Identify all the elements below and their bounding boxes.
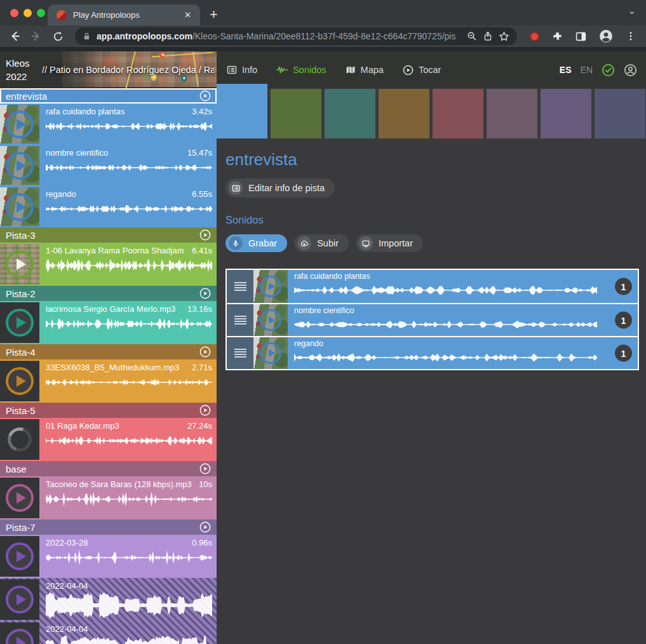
track-header-Pista-5[interactable]: Pista-5 — [0, 403, 217, 418]
waveform — [46, 374, 212, 391]
zoom-window-button[interactable] — [37, 9, 45, 17]
play-track-icon[interactable] — [199, 346, 211, 358]
reload-button[interactable] — [50, 28, 66, 44]
sound-item[interactable]: 33ESX6038_B5_Muthedukkum.mp32.71s — [0, 359, 217, 403]
profile-avatar[interactable] — [599, 29, 613, 43]
track-header-Pista-4[interactable]: Pista-4 — [0, 344, 217, 359]
play-track-icon[interactable] — [199, 229, 211, 241]
sound-item[interactable]: 2022-04-04 — [0, 621, 217, 644]
tab-sonidos[interactable]: Sonidos — [276, 65, 326, 75]
track-swatch-7[interactable] — [541, 89, 591, 138]
sound-item[interactable]: 1-06 Lavanya Rama Poorna Shadjam Rupak..… — [0, 243, 217, 286]
lang-es[interactable]: ES — [560, 65, 572, 75]
tab-mapa[interactable]: Mapa — [346, 65, 384, 75]
track-swatch-6[interactable] — [487, 89, 537, 138]
edit-track-button[interactable]: Editar info de pista — [225, 178, 335, 198]
sound-duration: 13.16s — [187, 304, 212, 314]
play-track-icon[interactable] — [199, 463, 211, 474]
drag-handle[interactable] — [227, 304, 253, 336]
tab-info[interactable]: Info — [227, 65, 257, 75]
sound-title: 2022-03-28 — [46, 538, 88, 547]
play-sound-icon[interactable] — [6, 309, 34, 337]
play-sound-icon[interactable] — [6, 629, 34, 644]
tab-title: Play Antropoloops — [73, 10, 182, 20]
play-track-icon[interactable] — [199, 521, 211, 533]
drag-handle[interactable] — [227, 270, 253, 303]
play-sound-icon[interactable] — [260, 342, 281, 364]
play-sound-icon[interactable] — [6, 542, 34, 570]
waveform — [46, 636, 212, 644]
forward-button[interactable] — [28, 28, 44, 44]
tab-tocar[interactable]: Tocar — [403, 65, 441, 76]
panel-sound-row[interactable]: nombre cientifico1 — [227, 303, 638, 336]
app-logo[interactable]: Kleos 2022 — [6, 57, 30, 83]
sound-thumbnail — [0, 536, 39, 577]
share-icon[interactable] — [483, 31, 493, 41]
browser-tab-strip: Play Antropoloops ✕ + ⌄ — [0, 0, 646, 25]
sound-thumbnail — [0, 146, 39, 185]
minimize-window-button[interactable] — [24, 9, 32, 17]
bookmark-star-icon[interactable] — [499, 31, 509, 42]
track-swatch-3[interactable] — [325, 89, 375, 138]
play-track-icon[interactable] — [199, 90, 211, 102]
track-name: entrevista — [6, 91, 47, 102]
sound-item[interactable]: regando6.55s — [0, 186, 217, 227]
sync-check-icon[interactable] — [602, 64, 615, 77]
panel-sound-row[interactable]: regando1 — [227, 336, 638, 369]
sound-item[interactable]: 2022-03-280.96s — [0, 535, 217, 578]
side-panel-icon[interactable] — [575, 31, 586, 42]
drag-handle[interactable] — [227, 337, 253, 369]
track-header-entrevista[interactable]: entrevista — [0, 88, 217, 104]
track-swatch-1-active[interactable] — [217, 84, 267, 138]
sound-title: 2022-04-04 — [46, 581, 88, 591]
waveform — [46, 118, 212, 135]
play-sound-icon[interactable] — [6, 152, 34, 180]
sound-duration: 3.42s — [192, 107, 212, 116]
account-icon[interactable] — [624, 64, 637, 77]
track-swatch-5[interactable] — [433, 89, 483, 138]
button-label: Grabar — [248, 238, 277, 248]
subir-button[interactable]: Subir — [294, 234, 349, 252]
play-sound-icon[interactable] — [6, 367, 34, 395]
play-sound-icon[interactable] — [6, 111, 34, 138]
track-swatch-8[interactable] — [595, 89, 645, 138]
new-tab-button[interactable]: + — [210, 5, 218, 24]
sound-item[interactable]: 2022-04-04 — [0, 578, 217, 621]
back-button[interactable] — [6, 28, 23, 44]
play-track-icon[interactable] — [199, 288, 211, 299]
sound-item[interactable]: Taconeo de Sara Baras (128 kbps).mp310s — [0, 476, 217, 520]
play-sound-icon[interactable] — [260, 309, 281, 331]
play-sound-icon[interactable] — [6, 484, 34, 512]
close-window-button[interactable] — [10, 9, 18, 17]
track-swatch-2[interactable] — [271, 89, 321, 138]
track-swatch-4[interactable] — [379, 89, 429, 138]
sound-duration: 0.96s — [192, 538, 212, 547]
track-header-Pista-3[interactable]: Pista-3 — [0, 227, 217, 243]
menu-kebab-icon[interactable] — [626, 31, 636, 41]
sound-item[interactable]: 01 Raga Kedar.mp327.24s — [0, 418, 217, 461]
url-bar[interactable]: app.antropoloops.com/Kleos-Santa-Marina/… — [75, 27, 517, 45]
play-sound-icon[interactable] — [6, 586, 34, 614]
browser-tab[interactable]: Play Antropoloops ✕ — [48, 4, 200, 25]
sound-item[interactable]: rafa cuidando plantas3.42s — [0, 104, 217, 145]
track-header-base[interactable]: base — [0, 461, 217, 476]
track-header-Pista-7[interactable]: Pista-7 — [0, 520, 217, 535]
play-track-icon[interactable] — [199, 405, 211, 416]
sound-title: 2022-04-04 — [46, 624, 88, 634]
lang-en[interactable]: EN — [581, 65, 593, 75]
sound-item[interactable]: nombre cientifico15.47s — [0, 145, 217, 186]
panel-sound-row[interactable]: rafa cuidando plantas1 — [227, 270, 638, 303]
track-header-Pista-2[interactable]: Pista-2 — [0, 286, 217, 301]
zoom-out-icon[interactable] — [467, 31, 477, 41]
tab-search-chevron-icon[interactable]: ⌄ — [628, 5, 636, 17]
sound-item[interactable]: lacrimosa Sergio García Merlo.mp313.16s — [0, 301, 217, 344]
play-sound-icon[interactable] — [6, 250, 34, 278]
site-favicon-icon — [57, 10, 67, 20]
importar-button[interactable]: Importar — [356, 234, 423, 252]
play-sound-icon[interactable] — [260, 276, 281, 297]
record-extension-icon[interactable] — [530, 32, 539, 41]
play-sound-icon[interactable] — [6, 193, 34, 221]
tab-close-icon[interactable]: ✕ — [182, 9, 194, 21]
extensions-puzzle-icon[interactable] — [552, 31, 563, 42]
grabar-button[interactable]: Grabar — [225, 234, 287, 252]
